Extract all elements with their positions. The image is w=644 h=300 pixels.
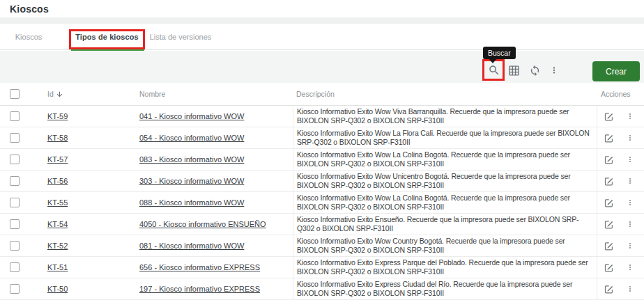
- edit-button[interactable]: [601, 260, 616, 275]
- row-more-button[interactable]: [622, 216, 638, 232]
- search-tooltip: Buscar: [483, 47, 516, 59]
- row-id-link[interactable]: KT-56: [47, 177, 68, 185]
- page-title: Kioscos: [10, 3, 49, 15]
- row-descripcion: Kiosco Informativo Exito Express Parque …: [293, 257, 597, 278]
- row-checkbox[interactable]: [10, 198, 20, 207]
- row-checkbox[interactable]: [10, 219, 20, 229]
- column-header-nombre[interactable]: Nombre: [139, 90, 165, 98]
- crear-button[interactable]: Crear: [592, 61, 640, 81]
- row-checkbox[interactable]: [10, 133, 20, 143]
- grid-icon: [508, 65, 520, 77]
- row-actions-cell: [597, 171, 644, 191]
- row-id-link[interactable]: KT-54: [47, 220, 68, 228]
- edit-button[interactable]: [601, 152, 616, 167]
- page-header: Kioscos: [0, 0, 644, 17]
- row-id-link[interactable]: KT-50: [47, 285, 68, 293]
- tab-lista-de-versiones[interactable]: Lista de versiones: [149, 24, 212, 49]
- edit-icon: [604, 133, 614, 143]
- kebab-icon: [549, 65, 559, 75]
- refresh-button[interactable]: [525, 61, 544, 80]
- row-more-button[interactable]: [622, 260, 638, 275]
- table-header-row: Id Nombre Descripción Acciones: [0, 83, 644, 106]
- column-header-id[interactable]: Id: [47, 90, 63, 98]
- row-nombre-link[interactable]: 054 - Kiosco informativo WOW: [139, 134, 244, 142]
- row-checkbox[interactable]: [10, 262, 20, 272]
- kebab-icon: [626, 112, 634, 120]
- grid-view-button[interactable]: [504, 61, 523, 80]
- row-id-link[interactable]: KT-51: [47, 263, 68, 271]
- row-more-button[interactable]: [622, 173, 638, 189]
- row-descripcion: Kiosco Informativo Exito Wow La Colina B…: [293, 149, 597, 170]
- row-actions-cell: [597, 214, 644, 235]
- row-id-link[interactable]: KT-59: [47, 112, 68, 120]
- row-descripcion: Kiosco Informativo Exito Express Ciudad …: [293, 278, 597, 299]
- row-nombre-link[interactable]: 081 - Kiosco informativo WOW: [139, 242, 244, 250]
- row-descripcion: Kiosco Informativo Exito Wow Viva Barran…: [293, 106, 597, 127]
- header-divider-band: [0, 17, 644, 24]
- row-id-link[interactable]: KT-55: [47, 198, 68, 207]
- row-checkbox[interactable]: [10, 155, 20, 164]
- row-nombre-link[interactable]: 041 - Kiosco informativo WOW: [139, 112, 244, 120]
- row-id-link[interactable]: KT-57: [47, 155, 68, 164]
- edit-icon: [604, 155, 614, 165]
- edit-button[interactable]: [601, 281, 616, 297]
- edit-icon: [604, 219, 614, 230]
- edit-button[interactable]: [601, 173, 616, 189]
- row-nombre-link[interactable]: 197 - Kiosco informativo EXPRESS: [139, 285, 260, 293]
- edit-icon: [604, 111, 614, 122]
- row-descripcion: Kiosco Informativo Exito Wow Unicentro B…: [293, 171, 597, 191]
- row-id-link[interactable]: KT-58: [47, 134, 68, 142]
- row-checkbox[interactable]: [10, 241, 20, 251]
- kebab-icon: [626, 134, 634, 142]
- row-nombre-link[interactable]: 4050 - Kiosco informativo ENSUEÑO: [139, 220, 266, 228]
- kebab-icon: [626, 177, 634, 185]
- select-all-checkbox[interactable]: [10, 89, 20, 99]
- annotation-box-active-tab: [69, 29, 145, 49]
- kiosk-types-table: Id Nombre Descripción Acciones KT-59 041…: [0, 83, 644, 300]
- row-checkbox[interactable]: [10, 111, 20, 121]
- column-header-acciones: Acciones: [601, 90, 631, 98]
- kioscos-admin-page: Kioscos Kioscos Tipos de kioscos Lista d…: [0, 0, 644, 300]
- row-descripcion: Kiosco Informativo Exito Ensueño. Recuer…: [293, 214, 597, 235]
- row-nombre-link[interactable]: 083 - Kiosco informativo WOW: [139, 155, 244, 164]
- refresh-icon: [529, 65, 541, 77]
- row-descripcion: Kiosco Informativo Exito Wow La Colina B…: [293, 192, 597, 213]
- edit-button[interactable]: [601, 238, 616, 253]
- tab-kioscos[interactable]: Kioscos: [6, 24, 52, 49]
- kebab-icon: [626, 242, 634, 250]
- row-more-button[interactable]: [622, 152, 638, 167]
- table-row: KT-51 656 - Kiosco informativo EXPRESS K…: [0, 257, 644, 278]
- column-header-descripcion[interactable]: Descripción: [296, 90, 335, 98]
- row-nombre-link[interactable]: 303 - Kiosco informativo WOW: [139, 177, 244, 185]
- table-row: KT-57 083 - Kiosco informativo WOW Kiosc…: [0, 149, 644, 171]
- edit-icon: [604, 262, 614, 273]
- row-more-button[interactable]: [622, 109, 638, 124]
- row-nombre-link[interactable]: 656 - Kiosco informativo EXPRESS: [139, 263, 260, 271]
- table-row: KT-55 088 - Kiosco informativo WOW Kiosc…: [0, 192, 644, 214]
- row-more-button[interactable]: [622, 195, 638, 210]
- row-id-link[interactable]: KT-52: [47, 242, 68, 250]
- table-body: KT-59 041 - Kiosco informativo WOW Kiosc…: [0, 106, 644, 300]
- row-more-button[interactable]: [622, 130, 638, 145]
- edit-button[interactable]: [601, 195, 616, 210]
- row-actions-cell: [597, 257, 644, 278]
- row-nombre-link[interactable]: 088 - Kiosco informativo WOW: [139, 198, 244, 207]
- row-descripcion: Kiosco Informativo Exito Wow La Flora Ca…: [293, 127, 597, 148]
- kebab-icon: [626, 285, 634, 293]
- edit-button[interactable]: [601, 216, 616, 232]
- row-more-button[interactable]: [622, 238, 638, 253]
- edit-icon: [604, 241, 614, 251]
- table-row: KT-54 4050 - Kiosco informativo ENSUEÑO …: [0, 214, 644, 235]
- edit-button[interactable]: [601, 130, 616, 145]
- row-checkbox[interactable]: [10, 284, 20, 294]
- table-row: KT-52 081 - Kiosco informativo WOW Kiosc…: [0, 235, 644, 257]
- edit-icon: [604, 198, 614, 208]
- toolbar-more-button[interactable]: [544, 61, 564, 80]
- row-more-button[interactable]: [622, 281, 638, 297]
- row-descripcion: Kiosco Informativo Exito Wow Country Bog…: [293, 235, 597, 256]
- table-row: KT-58 054 - Kiosco informativo WOW Kiosc…: [0, 127, 644, 149]
- edit-button[interactable]: [601, 109, 616, 124]
- row-actions-cell: [597, 127, 644, 148]
- row-actions-cell: [597, 278, 644, 299]
- row-checkbox[interactable]: [10, 176, 20, 186]
